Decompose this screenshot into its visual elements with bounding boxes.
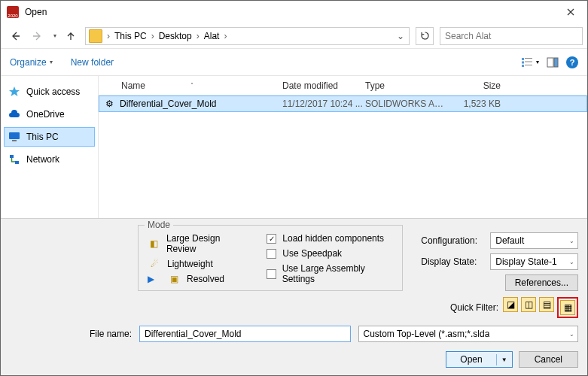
preview-pane-button[interactable]	[547, 56, 559, 68]
sidebar-item-label: This PC	[26, 132, 59, 142]
sidebar-item-onedrive[interactable]: OneDrive	[4, 105, 95, 124]
filter-drawing-button[interactable]: ▤	[539, 297, 554, 312]
refresh-icon	[420, 31, 430, 41]
chevron-right-icon: ›	[148, 31, 157, 41]
sidebar-item-label: Quick access	[26, 86, 80, 97]
svg-rect-0	[522, 58, 524, 60]
close-icon	[567, 8, 574, 16]
references-button[interactable]: References...	[505, 274, 578, 291]
check-label: Use Speedpak	[282, 248, 342, 259]
assembly-file-icon: ⚙	[103, 99, 115, 109]
chevron-down-icon: ⌄	[569, 259, 574, 265]
file-size: 1,523 KB	[448, 99, 516, 109]
open-dialog: Open ▾ › This PC › Desktop › Alat › ⌄ Se…	[0, 0, 588, 376]
display-state-combo[interactable]: Display State-1 ⌄	[490, 253, 578, 270]
forward-button[interactable]	[28, 26, 47, 46]
svg-rect-6	[547, 58, 553, 67]
refresh-button[interactable]	[416, 27, 434, 45]
top-level-icon: ▦	[564, 302, 572, 313]
cloud-icon	[8, 108, 20, 120]
search-input[interactable]: Search Alat	[440, 27, 583, 45]
column-date[interactable]: Date modified	[282, 80, 365, 91]
cancel-button[interactable]: Cancel	[519, 351, 578, 368]
configuration-combo[interactable]: Default ⌄	[490, 232, 578, 249]
svg-rect-11	[15, 161, 19, 164]
right-settings: Configuration: Default ⌄ Display State: …	[421, 225, 578, 291]
checkbox-icon	[267, 269, 276, 279]
arrow-left-icon	[10, 31, 20, 41]
help-button[interactable]: ?	[566, 56, 578, 68]
organize-menu[interactable]: Organize ▾	[10, 57, 53, 68]
column-name[interactable]: Name˄	[103, 80, 282, 91]
mode-option-label: Lightweight	[167, 259, 213, 269]
column-size[interactable]: Size	[448, 80, 516, 91]
breadcrumb-item[interactable]: Alat	[203, 31, 221, 41]
star-icon	[8, 86, 20, 98]
chevron-down-icon: ⌄	[569, 331, 574, 338]
mode-option-lightweight[interactable]: ☄ Lightweight	[148, 259, 247, 269]
display-state-label: Display State:	[421, 256, 486, 267]
drawing-icon: ▤	[543, 299, 551, 310]
preview-pane-icon	[547, 56, 559, 68]
svg-rect-2	[522, 61, 524, 63]
breadcrumb[interactable]: › This PC › Desktop › Alat › ⌄	[85, 27, 410, 45]
new-folder-label: New folder	[71, 57, 114, 68]
mode-option-resolved[interactable]: ▶ ▣ Resolved	[148, 274, 247, 284]
chevron-right-icon: ›	[193, 31, 203, 41]
check-use-large-assembly-settings[interactable]: Use Large Assembly Settings	[267, 263, 393, 284]
body: Quick access OneDrive This PC Network Na…	[1, 76, 587, 218]
toolbar: Organize ▾ New folder ▾ ?	[1, 49, 587, 76]
mode-option-label: Large Design Review	[166, 233, 247, 254]
view-menu[interactable]: ▾	[521, 56, 539, 68]
check-use-speedpak[interactable]: Use Speedpak	[267, 248, 393, 259]
mode-option-large-design-review[interactable]: ◧ Large Design Review	[148, 233, 247, 254]
filter-assembly-button[interactable]: ◫	[521, 297, 536, 312]
svg-rect-3	[525, 61, 532, 62]
filter-top-level-button[interactable]: ▦	[560, 300, 575, 315]
file-header: Name˄ Date modified Type Size	[99, 76, 587, 96]
filetype-combo[interactable]: Custom Top-Level (*.asm;*.slda ⌄	[358, 326, 579, 342]
filename-input[interactable]	[139, 326, 351, 342]
recent-dropdown[interactable]: ▾	[50, 26, 59, 46]
large-design-review-icon: ◧	[148, 238, 160, 249]
chevron-down-icon: ⌄	[569, 238, 574, 244]
mode-legend: Mode	[145, 220, 173, 230]
monitor-icon	[8, 131, 20, 143]
file-row[interactable]: ⚙ Differential_Cover_Mold 11/12/2017 10:…	[99, 96, 587, 112]
filter-top-level-highlight: ▦	[557, 297, 578, 318]
lightweight-icon: ☄	[148, 259, 161, 269]
sidebar-item-this-pc[interactable]: This PC	[4, 127, 95, 147]
filter-part-button[interactable]: ◪	[503, 297, 518, 312]
svg-rect-7	[554, 58, 558, 67]
part-icon: ◪	[507, 299, 515, 310]
filetype-value: Custom Top-Level (*.asm;*.slda	[364, 329, 490, 339]
breadcrumb-expand[interactable]: ⌄	[394, 31, 407, 41]
up-button[interactable]	[62, 26, 79, 46]
sidebar-item-quick-access[interactable]: Quick access	[4, 82, 95, 102]
close-button[interactable]	[553, 1, 587, 23]
configuration-value: Default	[495, 235, 524, 246]
open-split-dropdown[interactable]: ▼	[496, 354, 512, 365]
folder-icon	[89, 29, 102, 43]
svg-rect-1	[525, 58, 532, 59]
network-icon	[8, 153, 20, 165]
quick-filter-row: Quick Filter: ◪ ◫ ▤ ▦	[10, 297, 578, 318]
open-button[interactable]: Open ▼	[446, 351, 512, 368]
sidebar-item-label: Network	[26, 154, 59, 165]
open-label: Open	[446, 352, 495, 367]
file-date: 11/12/2017 10:24 ...	[282, 99, 365, 109]
mode-option-label: Resolved	[187, 274, 224, 284]
new-folder-button[interactable]: New folder	[71, 57, 114, 68]
references-label: References...	[515, 277, 568, 288]
filename-row: File name: Custom Top-Level (*.asm;*.sld…	[10, 326, 578, 342]
filename-label: File name:	[10, 329, 132, 339]
breadcrumb-item[interactable]: This PC	[113, 31, 148, 41]
sidebar-item-network[interactable]: Network	[4, 150, 95, 169]
back-button[interactable]	[5, 26, 25, 46]
file-name: Differential_Cover_Mold	[115, 99, 282, 109]
svg-rect-8	[9, 132, 20, 139]
column-type[interactable]: Type	[365, 80, 448, 91]
breadcrumb-item[interactable]: Desktop	[157, 31, 193, 41]
check-load-hidden-components[interactable]: ✓ Load hidden components	[267, 233, 393, 244]
file-list[interactable]: ⚙ Differential_Cover_Mold 11/12/2017 10:…	[99, 96, 587, 218]
